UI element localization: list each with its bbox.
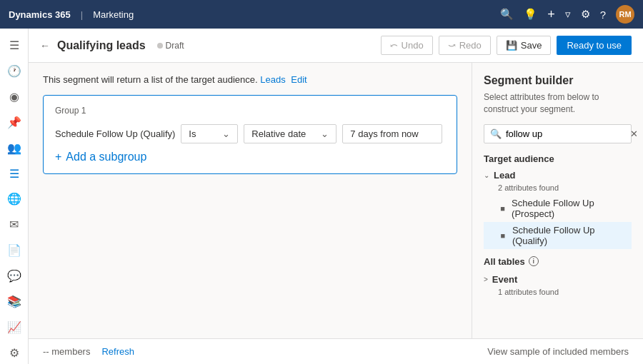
group-box: Group 1 Schedule Follow Up (Qualify) Is … <box>43 95 457 174</box>
sidebar-icon-settings[interactable]: ⚙ <box>3 341 26 364</box>
builder-title: Segment builder <box>484 74 632 87</box>
builder-panel: Segment builder Select attributes from b… <box>472 63 643 338</box>
sidebar-icon-home[interactable]: 🕐 <box>3 60 26 83</box>
edit-link[interactable]: Edit <box>291 74 306 85</box>
undo-button[interactable]: ⤺ Undo <box>381 36 433 55</box>
lead-chevron-down-icon: ⌄ <box>484 171 489 179</box>
builder-description: Select attributes from below to construc… <box>484 91 632 116</box>
sidebar: ☰ 🕐 ◉ 📌 👥 ☰ 🌐 ✉ 📄 💬 📚 📈 ⚙ <box>0 29 29 364</box>
header-bar: ← Qualifying leads Draft ⤺ Undo ⤻ Redo 💾… <box>29 29 643 63</box>
lead-group-header[interactable]: ⌄ Lead <box>484 170 632 181</box>
lead-group-name: Lead <box>494 170 515 181</box>
operator-select[interactable]: Is ⌄ <box>181 124 238 143</box>
settings-icon[interactable]: ⚙ <box>581 8 590 21</box>
event-group-name: Event <box>492 274 517 285</box>
group-label: Group 1 <box>55 106 445 116</box>
lead-item-qualify[interactable]: ■ Schedule Follow Up (Qualify) <box>484 222 632 249</box>
members-label: -- members <box>43 346 90 357</box>
segment-info-text: This segment will return a list of the t… <box>43 74 258 85</box>
sidebar-icon-forms[interactable]: 📄 <box>3 239 26 262</box>
draft-label: Draft <box>166 41 184 51</box>
top-nav-icons: 🔍 💡 + ▿ ⚙ ? RM <box>500 5 634 24</box>
type-select[interactable]: Relative date ⌄ <box>244 124 337 143</box>
nav-divider: | <box>81 9 83 20</box>
sidebar-icon-menu[interactable]: ☰ <box>3 34 26 57</box>
condition-value[interactable]: 7 days from now <box>342 124 442 143</box>
lightbulb-icon[interactable]: 💡 <box>524 8 537 21</box>
operator-chevron-down-icon: ⌄ <box>222 128 230 139</box>
back-button[interactable]: ← <box>40 40 50 51</box>
sidebar-icon-chat[interactable]: 💬 <box>3 265 26 288</box>
event-group[interactable]: > Event <box>484 271 632 288</box>
sidebar-icon-recent[interactable]: ◉ <box>3 86 26 108</box>
app-title: Dynamics 365 <box>9 9 71 20</box>
draft-dot-icon <box>157 43 163 49</box>
event-group-count: 1 attributes found <box>498 288 632 296</box>
lead-group-count: 2 attributes found <box>498 183 632 192</box>
add-subgroup-button[interactable]: + Add a subgroup <box>55 151 445 163</box>
segment-main: This segment will return a list of the t… <box>29 63 472 338</box>
top-navigation: Dynamics 365 | Marketing 🔍 💡 + ▿ ⚙ ? RM <box>0 0 643 29</box>
view-sample-label[interactable]: View sample of included members <box>487 346 629 357</box>
app-name: Marketing <box>93 9 134 20</box>
condition-row: Schedule Follow Up (Qualify) Is ⌄ Relati… <box>55 124 445 143</box>
type-chevron-down-icon: ⌄ <box>321 128 329 139</box>
search-box: 🔍 ✕ <box>484 124 632 143</box>
all-tables-info-icon[interactable]: i <box>529 256 539 266</box>
plus-icon[interactable]: + <box>547 7 555 22</box>
footer-bar: -- members Refresh View sample of includ… <box>29 338 643 364</box>
refresh-link[interactable]: Refresh <box>101 346 134 357</box>
save-icon: 💾 <box>506 40 517 51</box>
sidebar-icon-people[interactable]: 👥 <box>3 136 26 159</box>
all-tables-section: All tables i <box>484 256 632 267</box>
content-area: ← Qualifying leads Draft ⤺ Undo ⤻ Redo 💾… <box>29 29 643 364</box>
draft-badge: Draft <box>157 41 184 51</box>
segment-info: This segment will return a list of the t… <box>43 74 457 85</box>
filter-icon[interactable]: ▿ <box>565 8 571 21</box>
ready-to-use-button[interactable]: Ready to use <box>557 36 632 55</box>
sidebar-icon-library[interactable]: 📚 <box>3 290 26 313</box>
help-icon[interactable]: ? <box>600 9 606 21</box>
sidebar-icon-pin[interactable]: 📌 <box>3 111 26 134</box>
header-actions: ⤺ Undo ⤻ Redo 💾 Save Ready to use <box>381 36 632 55</box>
sidebar-icon-segments[interactable]: ☰ <box>3 162 26 185</box>
sidebar-icon-analytics[interactable]: 📈 <box>3 315 26 338</box>
qualify-item-label: Schedule Follow Up (Qualify) <box>512 225 632 246</box>
search-input[interactable] <box>506 128 626 139</box>
condition-field-name: Schedule Follow Up (Qualify) <box>55 128 175 139</box>
event-chevron-right-icon: > <box>484 275 488 283</box>
prospect-item-icon: ■ <box>498 203 507 213</box>
clear-search-icon[interactable]: ✕ <box>630 128 638 139</box>
redo-icon: ⤻ <box>448 40 456 51</box>
audience-section-title: Target audience <box>484 153 632 164</box>
user-avatar[interactable]: RM <box>616 5 634 24</box>
segment-content: This segment will return a list of the t… <box>29 63 643 338</box>
undo-icon: ⤺ <box>390 40 398 51</box>
main-layout: ☰ 🕐 ◉ 📌 👥 ☰ 🌐 ✉ 📄 💬 📚 📈 ⚙ ← Qualifying l… <box>0 29 643 364</box>
plus-subgroup-icon: + <box>55 151 61 163</box>
lead-group: ⌄ Lead 2 attributes found ■ Schedule Fol… <box>484 170 632 249</box>
sidebar-icon-mail[interactable]: ✉ <box>3 213 26 236</box>
page-title: Qualifying leads <box>57 39 146 52</box>
redo-button[interactable]: ⤻ Redo <box>439 36 491 55</box>
sidebar-icon-globe[interactable]: 🌐 <box>3 188 26 211</box>
save-button[interactable]: 💾 Save <box>497 36 552 55</box>
search-icon[interactable]: 🔍 <box>500 8 514 21</box>
search-icon: 🔍 <box>490 128 502 139</box>
lead-item-prospect[interactable]: ■ Schedule Follow Up (Prospect) <box>484 195 632 222</box>
entity-link[interactable]: Leads <box>260 74 285 85</box>
qualify-item-icon: ■ <box>498 231 508 241</box>
prospect-item-label: Schedule Follow Up (Prospect) <box>512 198 632 219</box>
